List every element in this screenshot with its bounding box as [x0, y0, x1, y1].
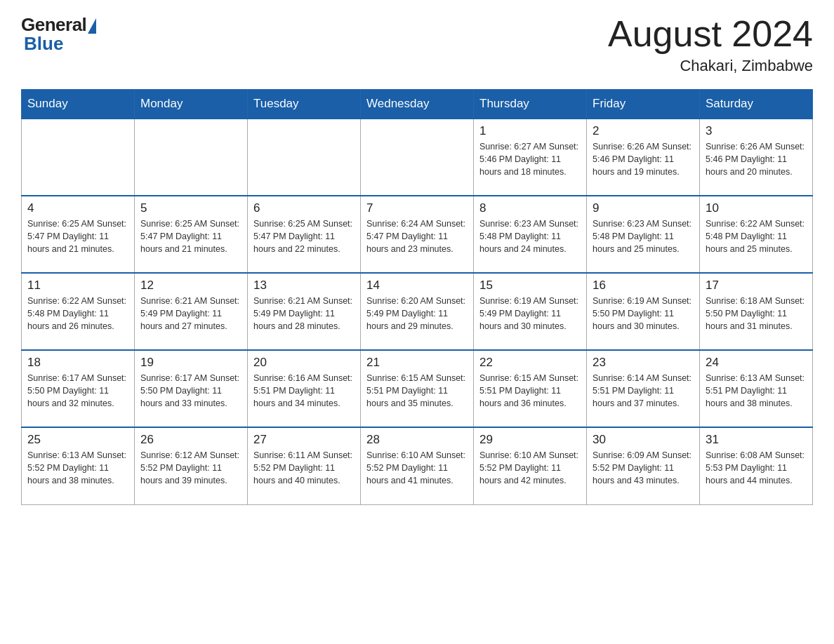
day-number: 24 — [706, 356, 807, 370]
day-info: Sunrise: 6:25 AM Sunset: 5:47 PM Dayligh… — [27, 217, 128, 255]
day-info: Sunrise: 6:12 AM Sunset: 5:52 PM Dayligh… — [140, 449, 241, 487]
day-info: Sunrise: 6:23 AM Sunset: 5:48 PM Dayligh… — [479, 217, 581, 255]
day-info: Sunrise: 6:25 AM Sunset: 5:47 PM Dayligh… — [253, 217, 355, 255]
day-info: Sunrise: 6:24 AM Sunset: 5:47 PM Dayligh… — [366, 217, 468, 255]
calendar-cell — [22, 119, 135, 196]
day-info: Sunrise: 6:23 AM Sunset: 5:48 PM Dayligh… — [593, 217, 694, 255]
day-number: 26 — [140, 433, 241, 447]
week-row-4: 18Sunrise: 6:17 AM Sunset: 5:50 PM Dayli… — [22, 350, 813, 427]
calendar-cell: 28Sunrise: 6:10 AM Sunset: 5:52 PM Dayli… — [361, 427, 474, 504]
calendar-cell: 26Sunrise: 6:12 AM Sunset: 5:52 PM Dayli… — [135, 427, 248, 504]
day-number: 7 — [366, 201, 468, 215]
calendar-cell: 17Sunrise: 6:18 AM Sunset: 5:50 PM Dayli… — [700, 273, 813, 350]
day-info: Sunrise: 6:10 AM Sunset: 5:52 PM Dayligh… — [366, 449, 468, 487]
day-number: 25 — [27, 433, 128, 447]
day-number: 23 — [593, 356, 694, 370]
calendar-cell: 9Sunrise: 6:23 AM Sunset: 5:48 PM Daylig… — [587, 196, 700, 273]
day-info: Sunrise: 6:15 AM Sunset: 5:51 PM Dayligh… — [479, 372, 581, 410]
day-info: Sunrise: 6:08 AM Sunset: 5:53 PM Dayligh… — [706, 449, 807, 487]
day-number: 3 — [706, 124, 807, 138]
weekday-header-tuesday: Tuesday — [248, 90, 361, 119]
calendar-cell: 1Sunrise: 6:27 AM Sunset: 5:46 PM Daylig… — [474, 119, 587, 196]
calendar-cell: 4Sunrise: 6:25 AM Sunset: 5:47 PM Daylig… — [22, 196, 135, 273]
weekday-header-sunday: Sunday — [22, 90, 135, 119]
day-info: Sunrise: 6:19 AM Sunset: 5:49 PM Dayligh… — [479, 295, 581, 333]
day-number: 9 — [593, 201, 694, 215]
day-number: 21 — [366, 356, 468, 370]
title-block: August 2024 Chakari, Zimbabwe — [608, 14, 813, 75]
week-row-5: 25Sunrise: 6:13 AM Sunset: 5:52 PM Dayli… — [22, 427, 813, 504]
day-number: 10 — [706, 201, 807, 215]
calendar-cell: 25Sunrise: 6:13 AM Sunset: 5:52 PM Dayli… — [22, 427, 135, 504]
day-number: 15 — [479, 279, 581, 293]
day-number: 28 — [366, 433, 468, 447]
day-info: Sunrise: 6:18 AM Sunset: 5:50 PM Dayligh… — [706, 295, 807, 333]
day-number: 22 — [479, 356, 581, 370]
day-info: Sunrise: 6:17 AM Sunset: 5:50 PM Dayligh… — [140, 372, 241, 410]
page-header: General Blue August 2024 Chakari, Zimbab… — [21, 14, 813, 75]
calendar-cell: 10Sunrise: 6:22 AM Sunset: 5:48 PM Dayli… — [700, 196, 813, 273]
calendar-cell: 24Sunrise: 6:13 AM Sunset: 5:51 PM Dayli… — [700, 350, 813, 427]
calendar-cell: 20Sunrise: 6:16 AM Sunset: 5:51 PM Dayli… — [248, 350, 361, 427]
day-number: 30 — [593, 433, 694, 447]
day-info: Sunrise: 6:11 AM Sunset: 5:52 PM Dayligh… — [253, 449, 355, 487]
day-number: 17 — [706, 279, 807, 293]
day-number: 1 — [479, 124, 581, 138]
day-number: 18 — [27, 356, 128, 370]
calendar-cell: 5Sunrise: 6:25 AM Sunset: 5:47 PM Daylig… — [135, 196, 248, 273]
day-info: Sunrise: 6:14 AM Sunset: 5:51 PM Dayligh… — [593, 372, 694, 410]
calendar-cell: 8Sunrise: 6:23 AM Sunset: 5:48 PM Daylig… — [474, 196, 587, 273]
calendar-cell: 19Sunrise: 6:17 AM Sunset: 5:50 PM Dayli… — [135, 350, 248, 427]
calendar-cell — [135, 119, 248, 196]
day-number: 13 — [253, 279, 355, 293]
calendar-cell: 22Sunrise: 6:15 AM Sunset: 5:51 PM Dayli… — [474, 350, 587, 427]
day-info: Sunrise: 6:13 AM Sunset: 5:52 PM Dayligh… — [27, 449, 128, 487]
day-number: 2 — [593, 124, 694, 138]
calendar-cell: 11Sunrise: 6:22 AM Sunset: 5:48 PM Dayli… — [22, 273, 135, 350]
calendar-cell — [361, 119, 474, 196]
week-row-1: 1Sunrise: 6:27 AM Sunset: 5:46 PM Daylig… — [22, 119, 813, 196]
day-info: Sunrise: 6:17 AM Sunset: 5:50 PM Dayligh… — [27, 372, 128, 410]
day-number: 4 — [27, 201, 128, 215]
day-info: Sunrise: 6:26 AM Sunset: 5:46 PM Dayligh… — [593, 140, 694, 178]
day-number: 27 — [253, 433, 355, 447]
location-text: Chakari, Zimbabwe — [608, 57, 813, 75]
calendar-cell: 29Sunrise: 6:10 AM Sunset: 5:52 PM Dayli… — [474, 427, 587, 504]
day-number: 11 — [27, 279, 128, 293]
calendar-cell: 13Sunrise: 6:21 AM Sunset: 5:49 PM Dayli… — [248, 273, 361, 350]
day-number: 19 — [140, 356, 241, 370]
calendar-cell: 16Sunrise: 6:19 AM Sunset: 5:50 PM Dayli… — [587, 273, 700, 350]
week-row-3: 11Sunrise: 6:22 AM Sunset: 5:48 PM Dayli… — [22, 273, 813, 350]
day-info: Sunrise: 6:26 AM Sunset: 5:46 PM Dayligh… — [706, 140, 807, 178]
weekday-header-row: SundayMondayTuesdayWednesdayThursdayFrid… — [22, 90, 813, 119]
day-info: Sunrise: 6:25 AM Sunset: 5:47 PM Dayligh… — [140, 217, 241, 255]
weekday-header-monday: Monday — [135, 90, 248, 119]
day-info: Sunrise: 6:21 AM Sunset: 5:49 PM Dayligh… — [253, 295, 355, 333]
weekday-header-friday: Friday — [587, 90, 700, 119]
day-info: Sunrise: 6:16 AM Sunset: 5:51 PM Dayligh… — [253, 372, 355, 410]
day-number: 20 — [253, 356, 355, 370]
day-number: 31 — [706, 433, 807, 447]
logo-triangle-icon — [88, 18, 96, 34]
day-info: Sunrise: 6:27 AM Sunset: 5:46 PM Dayligh… — [479, 140, 581, 178]
day-number: 29 — [479, 433, 581, 447]
day-info: Sunrise: 6:21 AM Sunset: 5:49 PM Dayligh… — [140, 295, 241, 333]
month-year-heading: August 2024 — [608, 14, 813, 54]
calendar-cell: 30Sunrise: 6:09 AM Sunset: 5:52 PM Dayli… — [587, 427, 700, 504]
calendar-cell: 12Sunrise: 6:21 AM Sunset: 5:49 PM Dayli… — [135, 273, 248, 350]
calendar-cell: 3Sunrise: 6:26 AM Sunset: 5:46 PM Daylig… — [700, 119, 813, 196]
day-number: 8 — [479, 201, 581, 215]
calendar-cell: 2Sunrise: 6:26 AM Sunset: 5:46 PM Daylig… — [587, 119, 700, 196]
calendar-cell: 23Sunrise: 6:14 AM Sunset: 5:51 PM Dayli… — [587, 350, 700, 427]
calendar-cell: 31Sunrise: 6:08 AM Sunset: 5:53 PM Dayli… — [700, 427, 813, 504]
day-number: 5 — [140, 201, 241, 215]
day-info: Sunrise: 6:10 AM Sunset: 5:52 PM Dayligh… — [479, 449, 581, 487]
calendar-table: SundayMondayTuesdayWednesdayThursdayFrid… — [21, 89, 813, 505]
day-info: Sunrise: 6:09 AM Sunset: 5:52 PM Dayligh… — [593, 449, 694, 487]
calendar-cell: 6Sunrise: 6:25 AM Sunset: 5:47 PM Daylig… — [248, 196, 361, 273]
day-number: 14 — [366, 279, 468, 293]
calendar-cell: 15Sunrise: 6:19 AM Sunset: 5:49 PM Dayli… — [474, 273, 587, 350]
day-info: Sunrise: 6:22 AM Sunset: 5:48 PM Dayligh… — [27, 295, 128, 333]
day-info: Sunrise: 6:19 AM Sunset: 5:50 PM Dayligh… — [593, 295, 694, 333]
logo: General Blue — [21, 14, 96, 55]
